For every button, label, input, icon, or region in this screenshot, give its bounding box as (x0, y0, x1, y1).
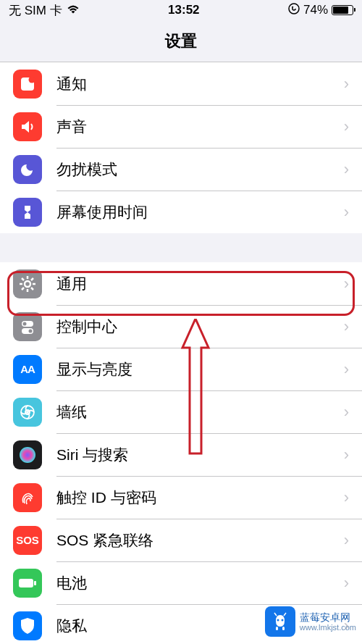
svg-line-10 (22, 288, 24, 290)
chevron-right-icon: › (344, 403, 349, 422)
control-center-icon (13, 312, 42, 341)
row-label: 控制中心 (56, 317, 344, 337)
chevron-right-icon: › (344, 574, 349, 593)
page-title: 设置 (165, 30, 197, 52)
row-general[interactable]: 通用 › (0, 262, 362, 305)
svg-rect-20 (34, 581, 36, 585)
svg-point-2 (29, 76, 35, 83)
row-label: 声音 (56, 117, 344, 137)
svg-point-22 (281, 619, 283, 622)
chevron-right-icon: › (344, 160, 349, 179)
row-label: 墙纸 (56, 402, 344, 422)
watermark-logo-icon (265, 606, 295, 637)
svg-rect-24 (282, 627, 285, 630)
general-icon (13, 269, 42, 298)
row-touchid-passcode[interactable]: 触控 ID 与密码 › (0, 476, 362, 519)
row-sos[interactable]: SOS SOS 紧急联络 › (0, 519, 362, 561)
row-sounds[interactable]: 声音 › (0, 105, 362, 148)
row-label: 屏幕使用时间 (56, 202, 344, 222)
chevron-right-icon: › (344, 360, 349, 379)
row-label: Siri 与搜索 (56, 445, 344, 465)
chevron-right-icon: › (344, 117, 349, 136)
siri-icon (13, 440, 42, 469)
row-label: SOS 紧急联络 (56, 530, 344, 551)
row-label: 勿扰模式 (56, 159, 344, 180)
svg-rect-23 (276, 627, 278, 630)
row-notifications[interactable]: 通知 › (0, 62, 362, 105)
watermark-url: www.lmkjst.com (300, 623, 356, 632)
settings-section-1: 通知 › 声音 › 勿扰模式 › 屏幕使用时间 › (0, 62, 362, 233)
row-label: 触控 ID 与密码 (56, 488, 344, 508)
chevron-right-icon: › (344, 446, 349, 464)
status-bar: 无 SIM 卡 13:52 74% (0, 0, 362, 20)
carrier-text: 无 SIM 卡 (9, 2, 62, 19)
watermark: 蓝莓安卓网 www.lmkjst.com (265, 606, 356, 637)
svg-line-11 (31, 278, 33, 280)
svg-rect-19 (19, 579, 33, 587)
row-label: 显示与亮度 (56, 359, 344, 380)
battery-icon (332, 5, 353, 15)
row-do-not-disturb[interactable]: 勿扰模式 › (0, 148, 362, 191)
row-battery[interactable]: 电池 › (0, 561, 362, 604)
battery-settings-icon (13, 569, 42, 598)
row-display-brightness[interactable]: AA 显示与亮度 › (0, 348, 362, 390)
screen-time-icon (13, 198, 42, 227)
wallpaper-icon (13, 398, 42, 427)
display-brightness-icon: AA (13, 355, 42, 384)
chevron-right-icon: › (344, 317, 349, 336)
chevron-right-icon: › (344, 531, 349, 550)
svg-point-21 (277, 619, 279, 622)
row-label: 通知 (56, 74, 344, 94)
chevron-right-icon: › (344, 275, 349, 293)
watermark-text-block: 蓝莓安卓网 www.lmkjst.com (300, 611, 356, 632)
row-control-center[interactable]: 控制中心 › (0, 305, 362, 348)
svg-point-18 (20, 447, 35, 463)
row-siri-search[interactable]: Siri 与搜索 › (0, 433, 362, 476)
touchid-icon (13, 483, 42, 512)
svg-point-0 (289, 4, 299, 14)
row-label: 通用 (56, 274, 344, 294)
status-left: 无 SIM 卡 (9, 2, 80, 19)
status-time: 13:52 (168, 3, 199, 17)
row-wallpaper[interactable]: 墙纸 › (0, 390, 362, 433)
row-screen-time[interactable]: 屏幕使用时间 › (0, 191, 362, 233)
watermark-name: 蓝莓安卓网 (300, 611, 356, 624)
sos-icon: SOS (13, 526, 42, 555)
row-label: 电池 (56, 573, 344, 593)
svg-point-15 (29, 329, 33, 333)
svg-line-8 (22, 278, 24, 280)
do-not-disturb-icon (13, 155, 42, 184)
settings-section-2: 通用 › 控制中心 › AA 显示与亮度 › 墙纸 › Siri 与搜索 › 触… (0, 262, 362, 644)
sound-icon (13, 112, 42, 141)
svg-point-13 (23, 322, 27, 325)
orientation-lock-icon (288, 3, 300, 18)
chevron-right-icon: › (344, 203, 349, 222)
status-right: 74% (288, 3, 353, 18)
notification-icon (13, 70, 42, 99)
svg-line-9 (31, 288, 33, 290)
battery-pct: 74% (303, 3, 328, 17)
page-header: 设置 (0, 20, 362, 62)
chevron-right-icon: › (344, 488, 349, 507)
chevron-right-icon: › (344, 75, 349, 93)
wifi-icon (67, 3, 80, 17)
privacy-icon (13, 611, 42, 640)
svg-point-3 (25, 281, 30, 287)
